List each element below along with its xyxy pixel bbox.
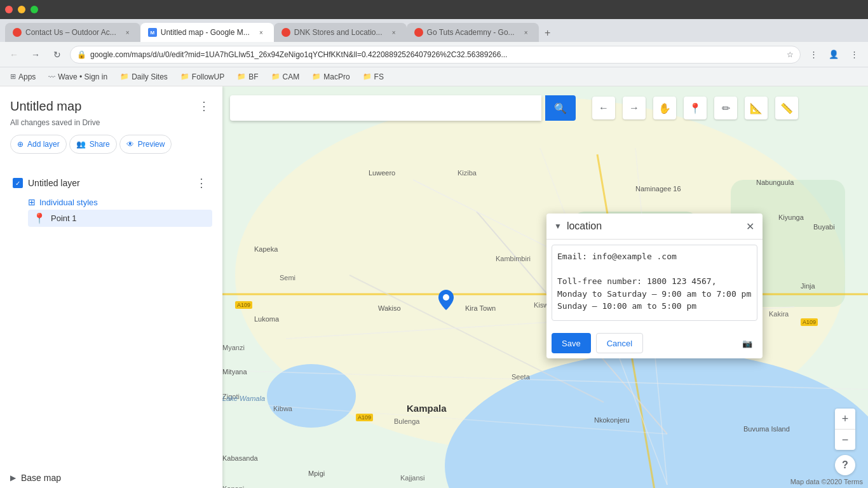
bookmark-cam[interactable]: 📁 CAM <box>266 70 305 84</box>
bookmark-bf[interactable]: 📁 BF <box>232 70 263 84</box>
bookmark-followup[interactable]: 📁 FollowUP <box>175 70 229 84</box>
new-tab-button[interactable]: + <box>539 24 557 42</box>
popup-cancel-button[interactable]: Cancel <box>596 333 643 353</box>
back-button[interactable]: ← <box>5 46 23 64</box>
bookmark-apps-label: Apps <box>18 72 36 81</box>
base-map-label: Base map <box>21 473 61 483</box>
base-map[interactable]: ▶ Base map <box>0 468 222 488</box>
menu-icon[interactable]: ⋮ <box>845 46 863 64</box>
popup-title-input[interactable] <box>567 220 742 232</box>
zoom-out-button[interactable]: − <box>835 430 855 450</box>
map-options-button[interactable]: ⋮ <box>196 97 212 116</box>
zoom-controls: + − <box>835 409 855 450</box>
folder-icon-3: 📁 <box>237 72 246 81</box>
layer-sub: ⊞ Individual styles 📍 Point 1 <box>10 194 212 227</box>
hand-tool-button[interactable]: ✋ <box>653 97 676 119</box>
ruler-tool-button[interactable]: 📏 <box>775 97 798 119</box>
individual-styles-label: Individual styles <box>39 198 98 207</box>
zoom-in-button[interactable]: + <box>835 409 855 429</box>
popup-description-textarea[interactable]: Email: info@example .com Toll-free numbe… <box>552 245 757 321</box>
layer-item: Untitled layer ⋮ ⊞ Individual styles 📍 P… <box>0 169 222 229</box>
draw-tool-button[interactable]: ✏ <box>714 97 737 119</box>
tab-contact-us[interactable]: Contact Us – Outdoor Ac... × <box>5 23 140 42</box>
url-bar[interactable]: 🔒 google.com/maps/d/u/0/edit?mid=1UA7hGL… <box>70 46 801 64</box>
layer-checkbox[interactable] <box>13 178 23 188</box>
tab-go-tuts[interactable]: Go Tuts Academny - Go... × <box>407 23 539 42</box>
close-button[interactable] <box>5 6 13 13</box>
map-search-input[interactable] <box>230 95 541 121</box>
minimize-button[interactable] <box>18 6 25 13</box>
layer-name: Untitled layer <box>28 178 80 188</box>
share-icon: 👥 <box>76 140 86 149</box>
layer-section: Untitled layer ⋮ ⊞ Individual styles 📍 P… <box>0 164 222 468</box>
bookmark-bf-label: BF <box>248 72 258 81</box>
bookmark-star-icon[interactable]: ☆ <box>787 50 794 59</box>
bookmark-daily-sites[interactable]: 📁 Daily Sites <box>115 70 173 84</box>
bookmark-apps[interactable]: ⊞ Apps <box>5 70 41 84</box>
tab-label-2: Untitled map - Google M... <box>161 28 250 37</box>
address-bar: ← → ↻ 🔒 google.com/maps/d/u/0/edit?mid=1… <box>0 42 868 67</box>
point-item[interactable]: 📍 Point 1 <box>28 210 212 227</box>
profile-icon[interactable]: 👤 <box>825 46 843 64</box>
folder-icon-6: 📁 <box>363 72 372 81</box>
map-area[interactable]: 🔍 ← → ✋ 📍 ✏ 📐 📏 Luweero Kiziba <box>222 86 868 488</box>
bookmark-fs-label: FS <box>374 72 384 81</box>
tab-dnk-stores[interactable]: DNK Stores and Locatio... × <box>274 23 407 42</box>
tab-label-4: Go Tuts Academny - Go... <box>427 28 515 37</box>
base-map-arrow-icon: ▶ <box>10 473 16 482</box>
undo-tool-button[interactable]: ← <box>592 97 615 119</box>
redo-tool-button[interactable]: → <box>623 97 646 119</box>
preview-button[interactable]: 👁 Preview <box>119 135 172 154</box>
map-attribution: Map data ©2020 Terms <box>785 475 868 488</box>
add-layer-icon: ⊕ <box>17 140 24 149</box>
bookmark-macpro[interactable]: 📁 MacPro <box>307 70 355 84</box>
svg-point-17 <box>443 294 449 301</box>
tab-close-4[interactable]: × <box>521 27 531 37</box>
maximize-button[interactable] <box>31 6 38 13</box>
popup-close-button[interactable]: ✕ <box>742 219 757 234</box>
bookmark-cam-label: CAM <box>283 72 300 81</box>
bookmark-fs[interactable]: 📁 FS <box>358 70 389 84</box>
reload-button[interactable]: ↻ <box>48 46 66 64</box>
map-location-pin[interactable] <box>438 290 454 308</box>
bookmark-macpro-label: MacPro <box>323 72 349 81</box>
folder-icon-2: 📁 <box>180 72 189 81</box>
tab-close-1[interactable]: × <box>123 27 133 37</box>
popup-dropdown-icon[interactable]: ▼ <box>554 222 562 231</box>
add-layer-label: Add layer <box>27 140 60 149</box>
popup-actions: Save Cancel <box>552 333 643 353</box>
preview-icon: 👁 <box>126 140 134 149</box>
add-layer-button[interactable]: ⊕ Add layer <box>10 135 67 154</box>
map-toolbar: 🔍 ← → ✋ 📍 ✏ 📐 📏 <box>222 95 868 121</box>
tab-bar: Contact Us – Outdoor Ac... × M Untitled … <box>0 19 868 42</box>
share-button[interactable]: 👥 Share <box>69 135 117 154</box>
wave-icon: 〰 <box>48 73 55 81</box>
folder-icon-4: 📁 <box>271 72 280 81</box>
browser-toolbar: ⋮ 👤 ⋮ <box>804 46 863 64</box>
bookmark-followup-label: FollowUP <box>192 72 224 81</box>
point-pin-icon: 📍 <box>33 212 46 224</box>
tab-favicon-1 <box>13 28 22 37</box>
measure-tool-button[interactable]: 📐 <box>745 97 768 119</box>
forward-button[interactable]: → <box>27 46 44 64</box>
popup-camera-button[interactable]: 📷 <box>737 333 757 353</box>
layer-header[interactable]: Untitled layer ⋮ <box>10 172 212 194</box>
content-area: Untitled map ⋮ All changes saved in Driv… <box>0 86 868 488</box>
camera-icon: 📷 <box>742 339 752 348</box>
extensions-icon[interactable]: ⋮ <box>804 46 822 64</box>
search-icon: 🔍 <box>554 102 567 114</box>
lock-icon: 🔒 <box>77 50 86 59</box>
map-search-button[interactable]: 🔍 <box>545 95 576 121</box>
bookmark-wave[interactable]: 〰 Wave • Sign in <box>43 70 112 84</box>
tab-close-2[interactable]: × <box>256 27 266 37</box>
sidebar-title-row: Untitled map ⋮ <box>10 97 212 116</box>
individual-styles-button[interactable]: ⊞ Individual styles <box>28 194 212 210</box>
tab-close-3[interactable]: × <box>389 27 399 37</box>
help-button[interactable]: ? <box>835 455 855 475</box>
tab-favicon-2: M <box>148 28 157 37</box>
layer-options-button[interactable]: ⋮ <box>193 173 210 193</box>
popup-save-button[interactable]: Save <box>552 333 591 353</box>
tab-untitled-map[interactable]: M Untitled map - Google M... × <box>140 23 274 42</box>
pin-tool-button[interactable]: 📍 <box>684 97 707 119</box>
browser-frame: Contact Us – Outdoor Ac... × M Untitled … <box>0 0 868 488</box>
